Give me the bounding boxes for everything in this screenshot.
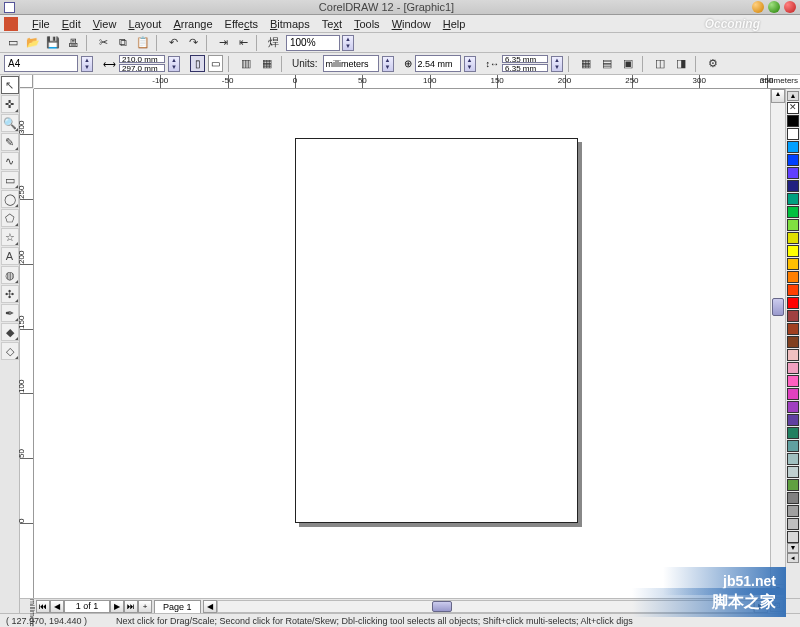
- color-swatch[interactable]: [787, 206, 799, 218]
- ruler-vertical[interactable]: 300250200150100500: [20, 89, 34, 598]
- color-swatch[interactable]: [787, 466, 799, 478]
- color-swatch[interactable]: [787, 479, 799, 491]
- units-combo[interactable]: millimeters: [323, 55, 379, 72]
- menu-tools[interactable]: Tools: [348, 18, 386, 30]
- close-button[interactable]: [784, 1, 796, 13]
- new-button[interactable]: ▭: [4, 34, 22, 51]
- color-swatch[interactable]: [787, 323, 799, 335]
- smart-draw-tool[interactable]: ∿: [1, 152, 19, 170]
- color-swatch[interactable]: [787, 180, 799, 192]
- first-page-button[interactable]: ⏮: [36, 600, 50, 613]
- add-page-button[interactable]: +: [138, 600, 152, 613]
- paste-button[interactable]: 📋: [134, 34, 152, 51]
- menu-effects[interactable]: Effects: [219, 18, 264, 30]
- color-swatch[interactable]: [787, 388, 799, 400]
- color-swatch[interactable]: [787, 453, 799, 465]
- interactive-fill-tool[interactable]: ◇: [1, 342, 19, 360]
- freehand-tool[interactable]: ✎: [1, 133, 19, 151]
- scroll-thumb[interactable]: [772, 298, 784, 316]
- ruler-horizontal[interactable]: -100-50050100150200250300350millimeters: [34, 75, 800, 89]
- color-swatch[interactable]: [787, 375, 799, 387]
- scroll-left-button[interactable]: ◀: [203, 600, 217, 613]
- menu-window[interactable]: Window: [386, 18, 437, 30]
- eyedropper-tool[interactable]: ✣: [1, 285, 19, 303]
- snap-grid-button[interactable]: ▦: [577, 55, 595, 72]
- redo-button[interactable]: ↷: [184, 34, 202, 51]
- duplicate-y-field[interactable]: 6.35 mm: [502, 64, 548, 72]
- color-swatch[interactable]: [787, 115, 799, 127]
- color-swatch[interactable]: [787, 518, 799, 530]
- app-icon[interactable]: [4, 17, 18, 31]
- prev-page-button[interactable]: ◀: [50, 600, 64, 613]
- portrait-button[interactable]: ▯: [190, 55, 205, 72]
- next-page-button[interactable]: ▶: [110, 600, 124, 613]
- import-button[interactable]: ⇥: [214, 34, 232, 51]
- color-swatch[interactable]: [787, 297, 799, 309]
- paper-size-combo[interactable]: A4: [4, 55, 78, 72]
- app-launcher-button[interactable]: 焊: [264, 34, 282, 51]
- options-button[interactable]: ⚙: [704, 55, 722, 72]
- units-spinner[interactable]: ▲▼: [382, 56, 394, 72]
- landscape-button[interactable]: ▭: [208, 55, 223, 72]
- shape-tool[interactable]: ✜: [1, 95, 19, 113]
- pick-tool[interactable]: ↖: [1, 76, 19, 94]
- color-swatch[interactable]: [787, 141, 799, 153]
- color-swatch[interactable]: [787, 154, 799, 166]
- color-swatch[interactable]: [787, 440, 799, 452]
- color-swatch[interactable]: [787, 427, 799, 439]
- treat-as-filled-button[interactable]: ◨: [672, 55, 690, 72]
- color-swatch[interactable]: [787, 219, 799, 231]
- maximize-button[interactable]: [768, 1, 780, 13]
- page-tab[interactable]: Page 1: [154, 600, 201, 613]
- duplicate-spinner[interactable]: ▲▼: [551, 56, 563, 72]
- cut-button[interactable]: ✂: [94, 34, 112, 51]
- palette-scroll-up[interactable]: ▲: [787, 91, 799, 101]
- color-swatch[interactable]: [787, 232, 799, 244]
- snap-guide-button[interactable]: ▤: [598, 55, 616, 72]
- color-swatch[interactable]: [787, 271, 799, 283]
- snap-object-button[interactable]: ▣: [619, 55, 637, 72]
- color-swatch[interactable]: [787, 284, 799, 296]
- undo-button[interactable]: ↶: [164, 34, 182, 51]
- color-swatch[interactable]: [787, 167, 799, 179]
- ruler-origin[interactable]: [20, 75, 33, 88]
- duplicate-x-field[interactable]: 6.35 mm: [502, 55, 548, 63]
- menu-bitmaps[interactable]: Bitmaps: [264, 18, 316, 30]
- color-swatch[interactable]: [787, 193, 799, 205]
- color-swatch[interactable]: [787, 505, 799, 517]
- print-button[interactable]: 🖶: [64, 34, 82, 51]
- no-color-swatch[interactable]: [787, 102, 799, 114]
- open-button[interactable]: 📂: [24, 34, 42, 51]
- pages-diff-button[interactable]: ▦: [258, 55, 276, 72]
- color-swatch[interactable]: [787, 531, 799, 543]
- scroll-thumb-h[interactable]: [432, 601, 452, 612]
- zoom-combo[interactable]: 100%: [286, 35, 340, 51]
- palette-scroll-down[interactable]: ▼: [787, 543, 799, 553]
- dynamic-guides-button[interactable]: ◫: [651, 55, 669, 72]
- save-button[interactable]: 💾: [44, 34, 62, 51]
- interactive-blend-tool[interactable]: ◍: [1, 266, 19, 284]
- menu-arrange[interactable]: Arrange: [167, 18, 218, 30]
- minimize-button[interactable]: [752, 1, 764, 13]
- color-swatch[interactable]: [787, 414, 799, 426]
- menu-file[interactable]: File: [26, 18, 56, 30]
- nudge-field[interactable]: 2.54 mm: [415, 55, 461, 72]
- scroll-track[interactable]: [771, 103, 785, 584]
- menu-text[interactable]: Text: [316, 18, 348, 30]
- color-swatch[interactable]: [787, 492, 799, 504]
- vertical-scrollbar[interactable]: ▲ ▼: [770, 89, 785, 598]
- last-page-button[interactable]: ⏭: [124, 600, 138, 613]
- color-swatch[interactable]: [787, 401, 799, 413]
- menu-help[interactable]: Help: [437, 18, 472, 30]
- pages-same-button[interactable]: ▥: [237, 55, 255, 72]
- color-swatch[interactable]: [787, 336, 799, 348]
- color-swatch[interactable]: [787, 362, 799, 374]
- copy-button[interactable]: ⧉: [114, 34, 132, 51]
- palette-flyout[interactable]: ◂: [787, 553, 799, 563]
- menu-view[interactable]: View: [87, 18, 123, 30]
- scroll-up-button[interactable]: ▲: [771, 89, 785, 103]
- color-swatch[interactable]: [787, 245, 799, 257]
- dim-spinner[interactable]: ▲▼: [168, 56, 180, 72]
- color-swatch[interactable]: [787, 349, 799, 361]
- nudge-spinner[interactable]: ▲▼: [464, 56, 476, 72]
